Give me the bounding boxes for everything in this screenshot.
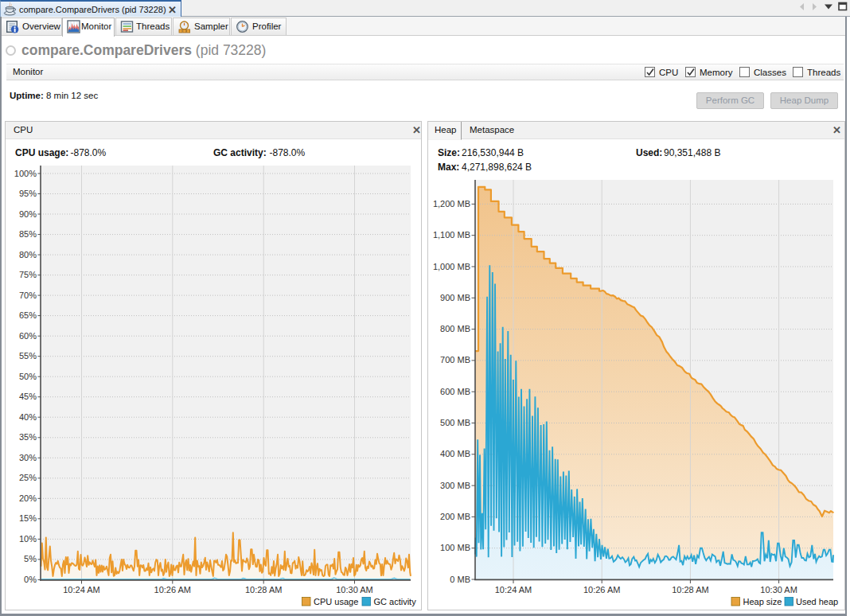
svg-text:Used heap: Used heap (796, 597, 838, 606)
svg-text:100%: 100% (14, 169, 37, 178)
svg-text:10%: 10% (19, 534, 37, 544)
svg-text:GC activity: GC activity (374, 597, 417, 606)
svg-text:70%: 70% (19, 290, 37, 300)
svg-text:95%: 95% (19, 189, 37, 198)
svg-text:4,271,898,624 B: 4,271,898,624 B (462, 162, 532, 173)
svg-text:900 MB: 900 MB (440, 293, 470, 302)
svg-text:800 MB: 800 MB (440, 324, 470, 333)
svg-text:10:30 AM: 10:30 AM (336, 585, 372, 595)
svg-text:85%: 85% (19, 229, 37, 239)
svg-text:700 MB: 700 MB (440, 355, 470, 365)
svg-text:500 MB: 500 MB (440, 418, 470, 427)
svg-text:200 MB: 200 MB (440, 512, 470, 521)
svg-text:400 MB: 400 MB (440, 449, 470, 458)
svg-text:35%: 35% (19, 432, 37, 442)
svg-text:30%: 30% (19, 453, 37, 462)
svg-text:Max:: Max: (438, 162, 459, 173)
svg-text:75%: 75% (19, 270, 37, 279)
svg-text:Size:: Size: (438, 147, 460, 158)
svg-text:5%: 5% (24, 554, 37, 563)
svg-text:60%: 60% (19, 331, 37, 341)
svg-text:216,530,944 B: 216,530,944 B (462, 147, 524, 158)
svg-text:100 MB: 100 MB (440, 543, 470, 552)
svg-text:50%: 50% (19, 372, 37, 381)
svg-text:65%: 65% (19, 310, 37, 320)
svg-text:25%: 25% (19, 473, 37, 482)
svg-text:CPU usage:: CPU usage: (15, 147, 68, 158)
svg-text:80%: 80% (19, 250, 37, 259)
svg-text:1,100 MB: 1,100 MB (433, 230, 470, 240)
svg-text:10:26 AM: 10:26 AM (154, 585, 191, 595)
svg-text:90%: 90% (19, 209, 37, 219)
svg-text:10:24 AM: 10:24 AM (495, 585, 532, 595)
svg-text:-878.0%: -878.0% (270, 147, 306, 158)
svg-text:600 MB: 600 MB (440, 387, 470, 396)
svg-text:10:28 AM: 10:28 AM (245, 585, 282, 595)
svg-text:0 MB: 0 MB (450, 575, 470, 584)
svg-text:10:26 AM: 10:26 AM (583, 585, 620, 595)
svg-text:GC activity:: GC activity: (213, 147, 267, 158)
svg-text:20%: 20% (19, 493, 37, 503)
svg-text:Heap size: Heap size (743, 597, 782, 606)
svg-text:-878.0%: -878.0% (71, 147, 107, 158)
svg-text:10:28 AM: 10:28 AM (672, 585, 708, 595)
svg-text:300 MB: 300 MB (440, 481, 470, 490)
svg-text:45%: 45% (19, 392, 37, 401)
svg-text:1,200 MB: 1,200 MB (433, 199, 470, 209)
svg-text:CPU usage: CPU usage (314, 597, 358, 606)
svg-text:55%: 55% (19, 351, 37, 361)
svg-text:0%: 0% (24, 575, 37, 584)
svg-text:40%: 40% (19, 412, 37, 422)
svg-text:1,000 MB: 1,000 MB (433, 262, 470, 271)
svg-text:10:24 AM: 10:24 AM (63, 585, 99, 595)
svg-text:90,351,488 B: 90,351,488 B (664, 147, 720, 158)
svg-text:Used:: Used: (636, 147, 662, 158)
svg-text:10:30 AM: 10:30 AM (760, 585, 797, 595)
svg-text:15%: 15% (19, 513, 37, 523)
